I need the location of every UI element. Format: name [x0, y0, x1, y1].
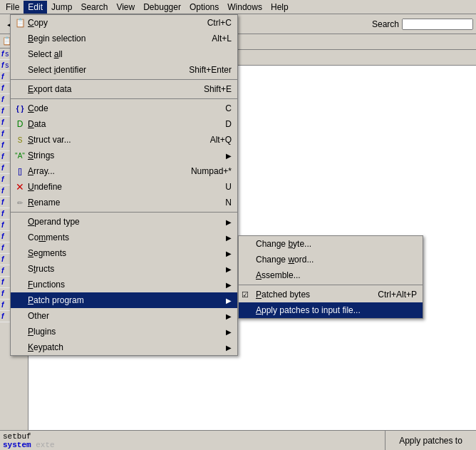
functions-arrow-icon: ▶ [226, 281, 232, 289]
menu-item-export-data-label: Export data [28, 84, 71, 94]
operand-type-arrow-icon: ▶ [226, 218, 232, 226]
submenu-item-patched-bytes-shortcut: Ctrl+Alt+P [378, 290, 417, 300]
undefine-icon: ✕ [14, 180, 26, 193]
menu-item-data[interactable]: D Data D [11, 116, 237, 132]
patch-program-submenu[interactable]: Change byte... Change word... Assemble..… [238, 235, 423, 319]
menu-options[interactable]: Options [185, 1, 223, 14]
menu-item-code-shortcut: C [225, 103, 232, 113]
menu-item-functions[interactable]: Functions ▶ [11, 277, 237, 292]
menu-item-other-label: Other [28, 311, 49, 321]
menu-item-export-data-shortcut: Shift+E [204, 84, 232, 94]
strings-icon: "A" [14, 149, 26, 162]
struct-icon: S [14, 133, 26, 146]
menu-item-undefine[interactable]: ✕ Undefine U [11, 179, 237, 195]
structs-arrow-icon: ▶ [226, 265, 232, 273]
menu-item-data-label: Data [28, 119, 46, 129]
menu-item-data-shortcut: D [225, 119, 232, 129]
copy-icon: 📋 [14, 16, 26, 29]
menu-debugger[interactable]: Debugger [139, 1, 185, 14]
menu-item-select-identifier[interactable]: Select identifier Shift+Enter [11, 62, 237, 78]
menu-item-comments[interactable]: Comments ▶ [11, 230, 237, 245]
menu-item-select-identifier-label: Select identifier [28, 65, 86, 75]
search-input[interactable] [402, 19, 473, 30]
apply-patches-btn[interactable]: Apply patches to [385, 430, 476, 450]
menu-item-strings[interactable]: "A" Strings ▶ [11, 148, 237, 163]
menu-item-plugins-label: Plugins [28, 327, 56, 337]
menu-item-rename[interactable]: ✏ Rename N [11, 195, 237, 210]
other-arrow-icon: ▶ [226, 312, 232, 320]
menu-windows[interactable]: Windows [223, 1, 267, 14]
menu-item-segments-label: Segments [28, 248, 66, 258]
submenu-sep1 [239, 285, 423, 285]
menu-item-code-label: Code [28, 103, 48, 113]
bottom-text: setbuf system exte [3, 432, 55, 449]
submenu-item-change-word-label: Change word... [256, 255, 314, 265]
patch-program-arrow-icon: ▶ [226, 297, 232, 305]
menu-view[interactable]: View [112, 1, 139, 14]
menu-item-operand-type[interactable]: Operand type ▶ [11, 214, 237, 230]
menu-item-copy-label: Copy [28, 18, 48, 28]
menu-search[interactable]: Search [76, 1, 112, 14]
menu-jump[interactable]: Jump [47, 1, 76, 14]
menu-item-array-shortcut: Numpad+* [191, 166, 232, 176]
submenu-item-change-byte[interactable]: Change byte... [239, 236, 423, 252]
bottom-text1: setbuf [3, 432, 31, 441]
submenu-item-apply-patches[interactable]: Apply patches to input file... [239, 302, 423, 318]
array-icon: [] [14, 165, 26, 178]
submenu-item-change-word[interactable]: Change word... [239, 252, 423, 267]
menu-item-code[interactable]: { } Code C [11, 101, 237, 116]
menu-item-begin-selection-label: Begin selection [28, 34, 86, 44]
submenu-item-assemble[interactable]: Assemble... [239, 267, 423, 283]
bottom-ext2: exte [36, 441, 54, 449]
menu-item-struct-var[interactable]: S Struct var... Alt+Q [11, 132, 237, 148]
menu-item-structs[interactable]: Structs ▶ [11, 261, 237, 277]
menu-item-struct-var-label: Struct var... [28, 135, 71, 145]
menu-item-segments[interactable]: Segments ▶ [11, 245, 237, 261]
keypatch-arrow-icon: ▶ [226, 344, 232, 352]
menu-item-undefine-shortcut: U [225, 182, 232, 192]
menu-file[interactable]: File [1, 1, 24, 14]
menu-sep1 [11, 79, 237, 80]
menubar: File Edit Jump Search View Debugger Opti… [0, 0, 476, 14]
search-area: Search [372, 19, 473, 30]
menu-item-keypatch-label: Keypatch [28, 342, 63, 352]
patched-bytes-checkbox-icon: ☑ [242, 290, 249, 300]
menu-item-select-identifier-shortcut: Shift+Enter [189, 65, 232, 75]
strings-arrow-icon: ▶ [226, 152, 232, 160]
menu-item-copy-shortcut: Ctrl+C [207, 18, 232, 28]
menu-item-other[interactable]: Other ▶ [11, 308, 237, 324]
menu-item-undefine-label: Undefine [28, 182, 62, 192]
menu-help[interactable]: Help [267, 1, 293, 14]
menu-item-export-data[interactable]: Export data Shift+E [11, 81, 237, 97]
menu-item-strings-label: Strings [28, 150, 54, 160]
menu-item-operand-type-label: Operand type [28, 217, 80, 227]
menu-edit[interactable]: Edit [24, 1, 47, 14]
data-icon: D [14, 118, 26, 131]
submenu-item-patched-bytes[interactable]: ☑ Patched bytes Ctrl+Alt+P [239, 287, 423, 302]
bottom-bar: setbuf system exte Apply patches to [0, 430, 476, 450]
menu-item-select-all[interactable]: Select all [11, 46, 237, 62]
menu-item-plugins[interactable]: Plugins ▶ [11, 324, 237, 339]
submenu-item-assemble-label: Assemble... [256, 270, 301, 280]
menu-item-rename-label: Rename [28, 198, 60, 208]
menu-item-functions-label: Functions [28, 280, 65, 290]
menu-sep2 [11, 98, 237, 99]
menu-item-rename-shortcut: N [225, 198, 232, 208]
segments-arrow-icon: ▶ [226, 250, 232, 257]
menu-item-struct-shortcut: Alt+Q [210, 135, 232, 145]
menu-item-select-all-label: Select all [28, 49, 63, 59]
menu-item-begin-selection[interactable]: Begin selection Alt+L [11, 31, 237, 46]
bottom-text2: system [3, 441, 31, 449]
menu-item-array[interactable]: [] Array... Numpad+* [11, 163, 237, 179]
menu-item-array-label: Array... [28, 166, 55, 176]
menu-item-structs-label: Structs [28, 264, 54, 274]
menu-item-patch-program[interactable]: Patch program ▶ [11, 292, 237, 308]
edit-dropdown-menu[interactable]: 📋 Copy Ctrl+C Begin selection Alt+L Sele… [10, 14, 238, 356]
menu-item-patch-program-label: Patch program [28, 295, 84, 305]
code-icon: { } [14, 102, 26, 115]
menu-item-begin-selection-shortcut: Alt+L [212, 34, 232, 44]
menu-item-copy[interactable]: 📋 Copy Ctrl+C [11, 15, 237, 31]
comments-arrow-icon: ▶ [226, 234, 232, 242]
menu-item-keypatch[interactable]: Keypatch ▶ [11, 339, 237, 355]
submenu-item-patched-bytes-label: Patched bytes [256, 290, 310, 300]
